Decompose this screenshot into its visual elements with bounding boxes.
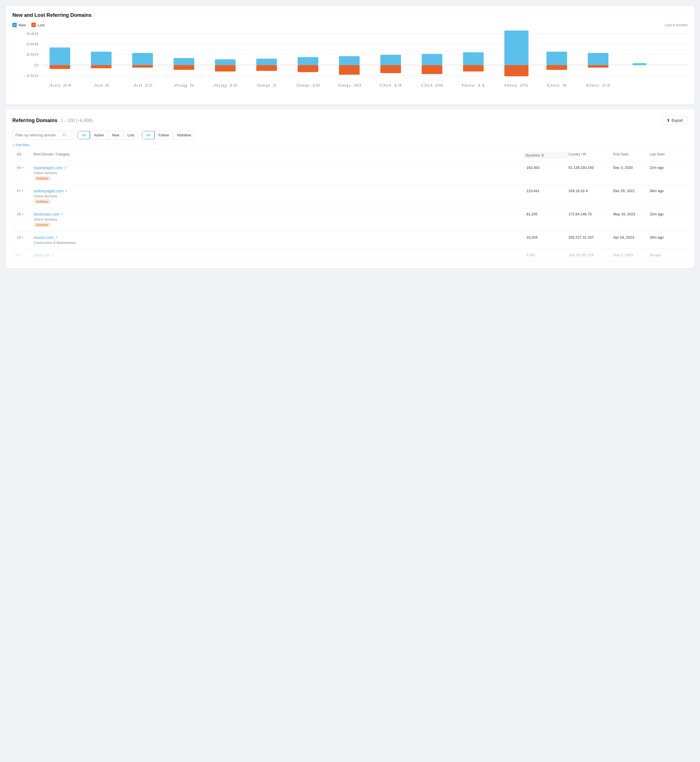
svg-text:Aug 19: Aug 19 bbox=[213, 83, 238, 88]
country-ip: 104.18.32.4 bbox=[569, 189, 613, 193]
referring-domains-card: Referring Domains 1 - 100 (~6,998) ⬆ Exp… bbox=[6, 109, 694, 268]
svg-rect-19 bbox=[215, 65, 236, 71]
search-input[interactable] bbox=[16, 133, 60, 137]
external-link-icon: ↗ bbox=[65, 189, 67, 193]
domain-category: Online Services bbox=[34, 194, 523, 198]
chevron-right-icon: › bbox=[523, 166, 525, 170]
table-header: AS Root Domain / Category Backlinks ⇅ Co… bbox=[12, 150, 688, 161]
svg-rect-32 bbox=[504, 31, 528, 65]
th-country-ip: Country / IP bbox=[569, 152, 613, 158]
table-row: 46 ▾ superpages.com ↗ Online Services No… bbox=[12, 161, 688, 185]
first-seen: Sep 2, 2023 bbox=[613, 253, 650, 257]
svg-rect-15 bbox=[132, 65, 153, 67]
as-number[interactable]: 19 ▾ bbox=[17, 235, 34, 239]
domain-cell: bingi.com ↗ bbox=[34, 253, 523, 257]
filter-follow[interactable]: Follow bbox=[155, 131, 173, 139]
external-link-icon: ↗ bbox=[61, 213, 63, 216]
svg-text:449: 449 bbox=[26, 32, 38, 36]
chart-legend: ✓ New ✓ Lost Last 6 months bbox=[12, 23, 688, 27]
legend-lost: ✓ Lost bbox=[31, 23, 45, 27]
svg-rect-27 bbox=[380, 65, 401, 73]
backlinks-count: 182,463 bbox=[527, 166, 539, 170]
filter-all-status[interactable]: All bbox=[77, 131, 90, 139]
filters-row: All Active New Lost All Follow Nofollow bbox=[12, 131, 688, 139]
svg-rect-24 bbox=[339, 56, 360, 65]
svg-text:-150: -150 bbox=[23, 74, 38, 78]
th-last-seen: Last Seen bbox=[650, 152, 683, 158]
svg-rect-21 bbox=[256, 65, 277, 71]
svg-rect-23 bbox=[298, 65, 318, 72]
svg-rect-13 bbox=[91, 65, 112, 68]
svg-text:Sep 16: Sep 16 bbox=[296, 83, 320, 88]
table-row: 67 ▾ yellowpages.com ↗ Online Services N… bbox=[12, 185, 688, 208]
filter-active[interactable]: Active bbox=[90, 131, 108, 139]
as-number[interactable]: 46 ▾ bbox=[17, 166, 34, 170]
export-label: Export bbox=[672, 118, 683, 123]
first-seen: Apr 18, 2023 bbox=[613, 235, 650, 239]
last-seen: 22m ago bbox=[650, 166, 683, 170]
svg-rect-28 bbox=[422, 54, 442, 65]
filter-nofollow[interactable]: Nofollow bbox=[173, 131, 195, 139]
table-container: AS Root Domain / Category Backlinks ⇅ Co… bbox=[12, 149, 688, 261]
chevron-down-icon: ▾ bbox=[22, 189, 23, 192]
domain-link[interactable]: muvzu.com ↗ bbox=[34, 235, 523, 240]
svg-rect-17 bbox=[173, 65, 194, 70]
domain-link[interactable]: yellowpages.com ↗ bbox=[34, 189, 523, 193]
chevron-right-icon: › bbox=[523, 189, 525, 193]
chart-card: New and Lost Referring Domains ✓ New ✓ L… bbox=[6, 6, 694, 105]
svg-text:Jul 8: Jul 8 bbox=[93, 83, 109, 88]
svg-rect-14 bbox=[132, 53, 153, 65]
svg-text:Dec 23: Dec 23 bbox=[586, 83, 610, 88]
backlinks-count: 5,347 bbox=[527, 253, 536, 257]
domain-link[interactable]: dexknows.com ↗ bbox=[34, 212, 523, 216]
as-number[interactable]: 6 ▾ bbox=[17, 253, 34, 257]
svg-rect-29 bbox=[422, 65, 442, 74]
external-link-icon: ↗ bbox=[52, 253, 54, 257]
th-backlinks-label: Backlinks bbox=[526, 153, 540, 157]
chart-container: 449 299 150 0 -150 bbox=[12, 31, 688, 98]
add-filter[interactable]: + Add filter bbox=[12, 143, 688, 147]
th-as: AS bbox=[17, 152, 34, 158]
svg-rect-36 bbox=[588, 53, 608, 65]
search-box[interactable] bbox=[12, 131, 74, 139]
svg-rect-26 bbox=[380, 55, 401, 65]
section-count: 1 - 100 (~6,998) bbox=[61, 118, 93, 123]
filter-all-follow[interactable]: All bbox=[142, 131, 155, 139]
country-ip: 165.227.31.167 bbox=[569, 235, 613, 239]
export-icon: ⬆ bbox=[667, 118, 670, 123]
filter-lost[interactable]: Lost bbox=[123, 131, 138, 139]
external-link-icon: ↗ bbox=[55, 236, 58, 239]
svg-text:299: 299 bbox=[26, 42, 38, 46]
export-button[interactable]: ⬆ Export bbox=[662, 116, 688, 125]
svg-rect-34 bbox=[546, 52, 567, 65]
domain-link[interactable]: superpages.com ↗ bbox=[34, 166, 523, 170]
backlinks-cell: › 10,204 bbox=[523, 235, 569, 239]
table-row: 36 ▾ dexknows.com ↗ Online Services Nofo… bbox=[12, 208, 688, 231]
svg-rect-37 bbox=[588, 65, 608, 67]
domain-cell: superpages.com ↗ Online Services Nofollo… bbox=[34, 166, 523, 181]
as-number[interactable]: 36 ▾ bbox=[17, 212, 34, 216]
country-ip: 104.79.197.219 bbox=[569, 253, 613, 257]
section-header: Referring Domains 1 - 100 (~6,998) ⬆ Exp… bbox=[12, 116, 688, 125]
last-seen: 3d ago bbox=[650, 253, 683, 257]
domain-cell: yellowpages.com ↗ Online Services Nofoll… bbox=[34, 189, 523, 204]
domain-cell: dexknows.com ↗ Online Services Nofollow bbox=[34, 212, 523, 227]
domain-link[interactable]: bingi.com ↗ bbox=[34, 253, 523, 257]
nofollow-badge: Nofollow bbox=[34, 176, 51, 181]
svg-rect-22 bbox=[298, 57, 318, 65]
svg-rect-20 bbox=[256, 59, 277, 65]
legend-new-checkbox[interactable]: ✓ bbox=[12, 23, 17, 27]
external-link-icon: ↗ bbox=[64, 166, 66, 170]
th-backlinks[interactable]: Backlinks ⇅ bbox=[523, 152, 569, 158]
nofollow-badge: Nofollow bbox=[34, 199, 51, 204]
backlinks-count: 81,205 bbox=[527, 212, 538, 216]
section-title-group: Referring Domains 1 - 100 (~6,998) bbox=[12, 117, 93, 124]
svg-rect-31 bbox=[463, 65, 484, 71]
legend-lost-checkbox[interactable]: ✓ bbox=[31, 23, 36, 27]
table-row: 19 ▾ muvzu.com ↗ Construction & Maintena… bbox=[12, 231, 688, 249]
svg-rect-18 bbox=[215, 59, 236, 65]
as-number[interactable]: 67 ▾ bbox=[17, 189, 34, 193]
table-row: 6 ▾ bingi.com ↗ › 5,347 104.79.197.219 S… bbox=[12, 249, 688, 261]
svg-text:Sep 30: Sep 30 bbox=[338, 83, 361, 88]
filter-new[interactable]: New bbox=[108, 131, 123, 139]
